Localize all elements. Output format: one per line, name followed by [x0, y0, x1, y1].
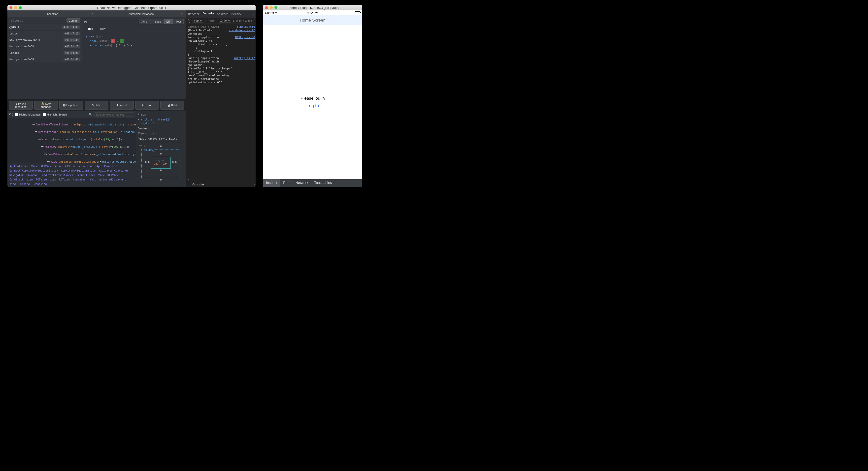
gear-icon[interactable] — [9, 113, 13, 116]
breadcrumb-item[interactable]: RCTView — [40, 164, 51, 168]
breadcrumb[interactable]: AppContainerViewRCTViewViewRCTViewReduxE… — [7, 163, 136, 187]
diff-nav[interactable]: nav — [89, 35, 94, 38]
source-link[interactable]: bundle.js:9 — [237, 25, 255, 29]
breadcrumb-item[interactable]: View — [50, 177, 56, 182]
inspector-tab-network[interactable]: Network — [292, 179, 311, 187]
devtools-tab-memory[interactable]: Memory — [231, 12, 242, 15]
breadcrumb-item[interactable]: Unknown — [27, 173, 37, 177]
breadcrumb-item[interactable]: CardStack — [9, 177, 24, 182]
simulator-titlebar[interactable]: iPhone 7 Plus – iOS 10.3 (14E8301) — [263, 5, 362, 10]
close-icon[interactable] — [265, 6, 268, 9]
breadcrumb-item[interactable]: Card — [90, 177, 96, 182]
diff-routes-key[interactable]: routes — [93, 44, 103, 47]
debugger-titlebar[interactable]: React Native Debugger - Connected (port … — [7, 5, 256, 10]
source-link[interactable]: infoLog.js:17 — [234, 57, 255, 84]
highlight-search-toggle[interactable]: Highlight Search — [43, 113, 67, 116]
tab-inspector-label: Inspector — [46, 12, 58, 15]
source-link[interactable]: standalone.js:42 — [229, 29, 255, 36]
diff-subtab-tree[interactable]: Tree — [84, 26, 96, 32]
kebab-icon[interactable]: ⋮ — [188, 183, 190, 186]
highlight-updates-toggle[interactable]: Highlight Updates — [15, 113, 41, 116]
component-tree[interactable]: ▼<CardStackTransitioner navigation={disp… — [7, 118, 136, 163]
inspector-tab-inspect[interactable]: Inspect — [263, 179, 280, 187]
breadcrumb-item[interactable]: RCTView — [107, 173, 118, 177]
dispatcher-button[interactable]: ▦ Dispatcher — [59, 101, 83, 109]
props-children[interactable]: Array[2] — [157, 118, 170, 121]
login-button[interactable]: Log In — [306, 103, 319, 109]
devtools-tab-network[interactable]: Network — [188, 12, 199, 15]
breadcrumb-item[interactable]: RCTView — [36, 177, 46, 182]
console-prompt[interactable]: › — [186, 177, 256, 182]
action-row[interactable]: Navigation/NAVIGATE+00:01.88 — [7, 37, 82, 43]
slider-button[interactable]: ↻ Slider — [85, 101, 108, 109]
breadcrumb-item[interactable]: RCTView — [59, 177, 70, 182]
box-model[interactable]: margin 0 padding 0 0 0 (0, 64) 414 × 672… — [138, 143, 184, 187]
window-title: iPhone 7 Plus – iOS 10.3 (14E8301) — [263, 6, 362, 10]
breadcrumb-item[interactable]: SceneView — [33, 182, 47, 186]
props-style[interactable]: 6 — [153, 122, 154, 125]
page-title: Home Screen — [300, 18, 326, 23]
console-output[interactable]: Console was clearedbundle.js:9[React Dev… — [186, 24, 256, 177]
close-drawer-icon[interactable]: ✕ — [253, 183, 255, 186]
breadcrumb-item[interactable]: ReduxExampleApp — [78, 164, 101, 168]
zoom-icon[interactable] — [19, 6, 22, 9]
action-row[interactable]: @@INIT4:38:19.81 — [7, 24, 82, 30]
breadcrumb-item[interactable]: View — [9, 182, 16, 186]
source-link[interactable]: RCTLog.js:38 — [235, 36, 255, 57]
filter-input[interactable] — [9, 19, 65, 22]
breadcrumb-item[interactable]: AppWithNavigationState — [61, 168, 96, 173]
devtools-tab-sources[interactable]: Sources — [217, 12, 228, 15]
action-row[interactable]: Login+00:47.11 — [7, 30, 82, 37]
context-select[interactable]: top — [192, 19, 203, 23]
log-level-select[interactable]: Info — [219, 19, 231, 23]
diff-tab-action[interactable]: Action — [139, 19, 152, 24]
console-filter-input[interactable] — [208, 19, 218, 23]
breadcrumb-item[interactable]: Navigator — [9, 173, 24, 177]
action-row[interactable]: Logout+00:00.96 — [7, 49, 82, 56]
tab-autoselect[interactable]: Autoselect instances — [96, 10, 186, 18]
tab-inspector[interactable]: Inspector — [7, 10, 96, 18]
action-row[interactable]: Navigation/BACK+00:01.01 — [7, 56, 82, 63]
commit-button[interactable]: Commit — [66, 18, 81, 23]
devtools-tab-console[interactable]: Console — [203, 12, 214, 16]
breadcrumb-item[interactable]: Container — [73, 177, 87, 182]
diff-subtab-raw[interactable]: Raw — [96, 26, 109, 32]
breadcrumb-item[interactable]: View — [31, 164, 37, 168]
kebab-icon[interactable]: ⋮ — [248, 12, 251, 15]
breadcrumb-item[interactable]: NavigationContainer — [98, 168, 128, 173]
diff-tab-state[interactable]: State — [152, 19, 164, 24]
minimize-icon[interactable] — [270, 6, 273, 9]
export-button[interactable]: ⬇ Export — [135, 101, 159, 109]
diff-tab-test[interactable]: Test — [173, 19, 184, 24]
breadcrumb-item[interactable]: RCTView — [64, 164, 75, 168]
close-icon[interactable] — [9, 6, 12, 9]
close-devtools-icon[interactable]: ✕ — [253, 12, 255, 15]
inspector-tab-touchables[interactable]: Touchables — [311, 179, 335, 187]
print-button[interactable]: 🖨 Print — [160, 101, 184, 109]
breadcrumb-item[interactable]: Connect(AppWithNavigationState) — [9, 168, 58, 173]
import-button[interactable]: ⬆ Import — [110, 101, 134, 109]
drawer-tab-console[interactable]: Console — [192, 183, 204, 186]
breadcrumb-item[interactable]: Transitioner — [76, 173, 95, 177]
breadcrumb-item[interactable]: AppContainer — [9, 164, 28, 168]
breadcrumb-item[interactable]: Provider — [104, 164, 117, 168]
minimize-icon[interactable] — [14, 6, 17, 9]
breadcrumb-item[interactable]: AnimatedComponent — [99, 177, 126, 182]
pause-recording-button[interactable]: ● Pause recording — [9, 101, 33, 109]
breadcrumb-item[interactable]: RCTView — [19, 182, 30, 186]
zoom-icon[interactable] — [274, 6, 277, 9]
action-row[interactable]: Navigation/BACK+00:01.17 — [7, 43, 82, 49]
clear-console-icon[interactable] — [188, 19, 191, 23]
inspector-tab-perf[interactable]: Perf — [280, 179, 292, 187]
pin-label: (pin) — [96, 35, 103, 38]
diff-view-tabs: ActionStateDiffTest — [139, 19, 184, 24]
breadcrumb-item[interactable]: View — [98, 173, 104, 177]
diff-tab-diff[interactable]: Diff — [164, 19, 173, 24]
breadcrumb-item[interactable]: View — [27, 177, 33, 182]
breadcrumb-item[interactable]: CardStackTransitioner — [40, 173, 73, 177]
breadcrumb-item[interactable]: View — [54, 164, 61, 168]
tree-search-input[interactable] — [94, 112, 134, 117]
lock-changes-button[interactable]: 🔒 Lock changes — [34, 101, 58, 109]
chevron-down-icon[interactable] — [181, 13, 183, 14]
chevron-down-icon[interactable] — [92, 13, 94, 14]
